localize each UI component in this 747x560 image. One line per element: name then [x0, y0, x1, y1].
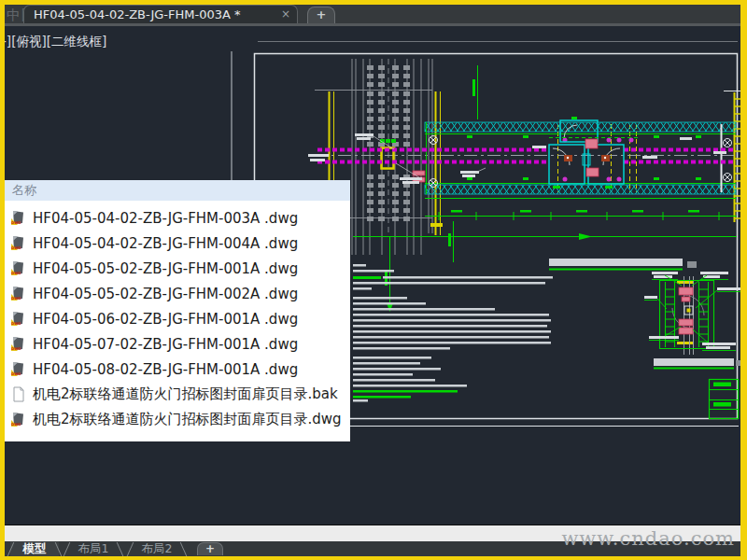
file-row[interactable]: DWG 机电2标联络通道防火门招标图封面扉页目录.dwg — [5, 407, 350, 432]
title-block — [710, 380, 741, 419]
svg-text:DWG: DWG — [11, 321, 21, 326]
file-row[interactable]: DWG HF04-05-04-02-ZB-JG-FHM-003A .dwg — [5, 205, 350, 231]
application-window: 中国造桥网 HF04-05-04-02-ZB-JG-FHM-003A * × +… — [0, 0, 747, 560]
file-row[interactable]: DWG HF04-05-07-02-ZB-JG-FHM-001A .dwg — [5, 331, 350, 357]
file-name: 机电2标联络通道防火门招标图封面扉页目录.bak — [33, 385, 338, 403]
document-tab[interactable]: HF04-05-04-02-ZB-JG-FHM-003A * × — [23, 5, 298, 23]
file-name: HF04-05-06-02-ZB-JG-FHM-001A .dwg — [33, 311, 298, 328]
view-titles — [549, 259, 740, 369]
dwg-file-icon: DWG — [10, 412, 26, 427]
dwg-file-icon: DWG — [10, 210, 26, 226]
viewport-controls[interactable]: -][俯视][二维线框] — [5, 34, 106, 50]
file-row[interactable]: 机电2标联络通道防火门招标图封面扉页目录.bak — [5, 382, 350, 407]
file-list: DWG HF04-05-04-02-ZB-JG-FHM-003A .dwg DW… — [5, 201, 350, 441]
site-watermark: www.cndao.com — [561, 527, 735, 550]
dwg-file-icon: DWG — [10, 235, 26, 251]
new-layout-button[interactable]: + — [197, 542, 223, 555]
dwg-file-icon: DWG — [10, 260, 26, 276]
file-name: HF04-05-05-02-ZB-JG-FHM-002A .dwg — [33, 286, 298, 302]
svg-text:DWG: DWG — [11, 245, 21, 250]
file-list-panel: 名称 DWG HF04-05-04-02-ZB-JG-FHM-003A .dwg… — [5, 180, 350, 441]
dwg-file-icon: DWG — [10, 336, 26, 352]
svg-text:DWG: DWG — [11, 220, 21, 225]
file-row[interactable]: DWG HF04-05-06-02-ZB-JG-FHM-001A .dwg — [5, 306, 350, 331]
new-tab-button[interactable]: + — [307, 7, 335, 23]
svg-text:DWG: DWG — [11, 371, 21, 376]
file-row[interactable]: DWG HF04-05-05-02-ZB-JG-FHM-001A .dwg — [5, 256, 350, 281]
document-tab-bar: 中国造桥网 HF04-05-04-02-ZB-JG-FHM-003A * × + — [5, 5, 740, 26]
tab-layout2[interactable]: 布局2 — [130, 541, 184, 556]
file-list-header[interactable]: 名称 — [5, 180, 350, 201]
bak-file-icon — [10, 386, 26, 402]
file-name: HF04-05-04-02-ZB-JG-FHM-003A .dwg — [33, 210, 298, 227]
notes-text — [353, 264, 553, 402]
file-name: 机电2标联络通道防火门招标图封面扉页目录.dwg — [33, 411, 342, 428]
file-row[interactable]: DWG HF04-05-04-02-ZB-JG-FHM-004A .dwg — [5, 231, 350, 256]
file-name: HF04-05-04-02-ZB-JG-FHM-004A .dwg — [33, 235, 298, 252]
file-name: HF04-05-07-02-ZB-JG-FHM-001A .dwg — [33, 336, 298, 353]
svg-text:DWG: DWG — [11, 422, 21, 427]
dwg-file-icon: DWG — [10, 311, 26, 327]
svg-text:DWG: DWG — [11, 346, 21, 351]
dwg-file-icon: DWG — [10, 286, 26, 301]
file-row[interactable]: DWG HF04-05-08-02-ZB-JG-FHM-001A .dwg — [5, 357, 350, 382]
document-tab-title: HF04-05-04-02-ZB-JG-FHM-003A * — [34, 7, 241, 21]
svg-text:DWG: DWG — [11, 296, 21, 301]
tab-model[interactable]: 模型 — [10, 541, 59, 556]
file-row[interactable]: DWG HF04-05-05-02-ZB-JG-FHM-002A .dwg — [5, 281, 350, 306]
file-name: HF04-05-08-02-ZB-JG-FHM-001A .dwg — [33, 361, 298, 378]
close-icon[interactable]: × — [281, 6, 290, 23]
dwg-file-icon: DWG — [10, 361, 26, 377]
file-name: HF04-05-05-02-ZB-JG-FHM-001A .dwg — [33, 260, 298, 277]
svg-text:DWG: DWG — [11, 271, 21, 275]
entrance-seals — [413, 171, 425, 182]
model-space-canvas[interactable]: -][俯视][二维线框] — [5, 26, 740, 525]
tab-layout1[interactable]: 布局1 — [66, 541, 120, 556]
